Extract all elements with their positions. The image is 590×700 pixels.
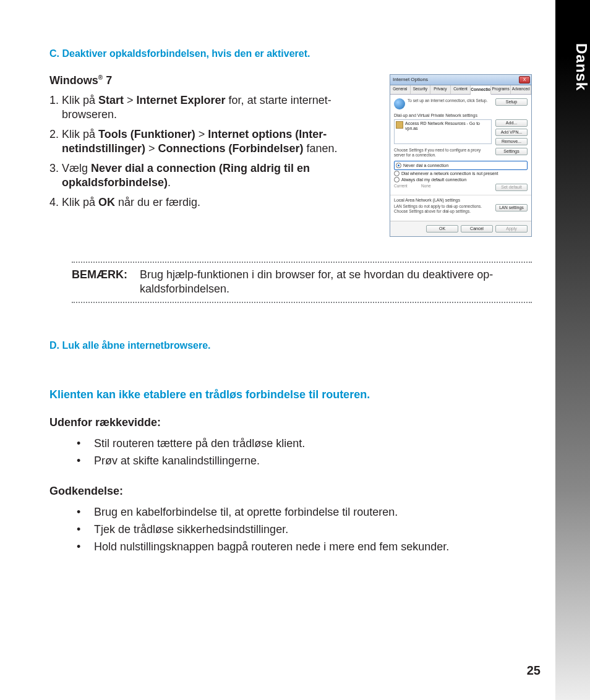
step-3: Vælg Never dial a connection (Ring aldri… (62, 161, 380, 189)
add-vpn-button[interactable]: Add VPN... (495, 129, 528, 136)
tab-general[interactable]: General (390, 85, 411, 94)
tab-connections[interactable]: Connections (471, 86, 491, 95)
note-body: Brug hjælp-funktionen i din browser for,… (140, 268, 532, 296)
windows7-heading: Windows® 7 (49, 74, 380, 87)
t: > (145, 142, 158, 155)
tab-privacy[interactable]: Privacy (430, 85, 451, 94)
dialog-tabs: General Security Privacy Content Connect… (390, 85, 531, 95)
t: Klik på (62, 94, 98, 106)
connection-icon (396, 121, 403, 129)
radio-dial-whenever[interactable]: Dial whenever a network connection is no… (394, 171, 528, 176)
remove-button[interactable]: Remove... (495, 138, 528, 145)
b: Tools (Funktioner) (98, 128, 195, 140)
t: . (168, 176, 171, 189)
language-side-band: Dansk (555, 0, 590, 700)
cancel-button[interactable]: Cancel (461, 225, 493, 233)
note-box: BEMÆRK: Brug hjælp-funktionen i din brow… (72, 262, 532, 303)
client-wireless-heading: Klienten kan ikke etablere en trådløs fo… (49, 388, 532, 401)
list-item: Brug en kabelforbindelse til, at oprette… (79, 504, 532, 521)
current-label: Current (394, 184, 419, 188)
close-icon[interactable]: X (519, 76, 530, 83)
list-item: Hold nulstillingsknappen bagpå routeren … (79, 539, 532, 556)
t: Vælg (62, 162, 91, 174)
label: Always dial my default connection (401, 177, 466, 182)
t: Klik på (62, 128, 98, 140)
connection-item[interactable]: Access RD Network Resources - Go to vpn.… (405, 121, 490, 131)
authentication-heading: Godkendelse: (49, 485, 532, 498)
b: OK (98, 196, 115, 208)
setup-text: To set up an Internet connection, click … (408, 98, 493, 103)
page-content: C. Deaktiver opkaldsforbindelsen, hvis d… (49, 48, 532, 556)
dialup-group-title: Dial-up and Virtual Private Network sett… (394, 113, 528, 118)
add-button[interactable]: Add... (495, 119, 528, 127)
ok-button[interactable]: OK (426, 225, 458, 233)
b: Start (98, 94, 124, 106)
radio-off-icon (394, 171, 400, 176)
radio-always-dial[interactable]: Always dial my default connection (394, 177, 528, 182)
radio-on-icon (396, 163, 401, 168)
tab-content[interactable]: Content (451, 85, 471, 94)
lan-settings-button[interactable]: LAN settings (495, 204, 528, 211)
proxy-text: Choose Settings if you need to configure… (394, 148, 493, 157)
lan-group-title: Local Area Network (LAN) settings (394, 198, 528, 203)
t: > (195, 128, 208, 140)
note-label: BEMÆRK: (72, 268, 140, 296)
globe-icon (394, 98, 405, 109)
out-of-range-heading: Udenfor rækkevidde: (49, 416, 532, 429)
dialog-titlebar[interactable]: Internet Options X (390, 75, 531, 85)
authentication-list: Brug en kabelforbindelse til, at oprette… (79, 504, 532, 556)
out-of-range-list: Stil routeren tættere på den trådløse kl… (79, 435, 532, 470)
set-default-button: Set default (495, 184, 528, 191)
list-item: Stil routeren tættere på den trådløse kl… (79, 435, 532, 453)
b: Connections (Forbindelser) (158, 142, 304, 155)
section-c-heading: C. Deaktiver opkaldsforbindelsen, hvis d… (49, 48, 532, 59)
instruction-list: Klik på Start > Internet Explorer for, a… (62, 93, 380, 210)
b: Never dial a connection (Ring aldrig til… (62, 162, 310, 189)
tab-security[interactable]: Security (411, 85, 431, 94)
current-value: None (421, 184, 493, 188)
t: > (124, 94, 137, 106)
list-item: Tjek de trådløse sikkerhedsindstillinger… (79, 521, 532, 539)
radio-never-dial[interactable]: Never dial a connection (396, 163, 526, 168)
label: Never dial a connection (403, 163, 448, 168)
dialog-title: Internet Options (391, 77, 428, 82)
t: fanen. (304, 142, 338, 155)
never-dial-highlight: Never dial a connection (394, 161, 528, 170)
lan-text: LAN Settings do not apply to dial-up con… (394, 204, 493, 213)
label: Dial whenever a network connection is no… (401, 171, 498, 176)
t: Klik på (62, 196, 98, 208)
setup-button[interactable]: Setup (495, 98, 528, 106)
settings-button[interactable]: Settings (495, 148, 528, 155)
step-1: Klik på Start > Internet Explorer for, a… (62, 93, 380, 121)
step-4: Klik på OK når du er færdig. (62, 195, 380, 210)
step-2: Klik på Tools (Funktioner) > Internet op… (62, 127, 380, 155)
tab-advanced[interactable]: Advanced (511, 85, 531, 94)
apply-button: Apply (495, 225, 528, 233)
section-d-heading: D. Luk alle åbne internetbrowsere. (49, 340, 532, 351)
internet-options-dialog: Internet Options X General Security Priv… (390, 74, 532, 237)
radio-off-icon (394, 177, 400, 182)
b: Internet Explorer (137, 94, 226, 106)
t: når du er færdig. (115, 196, 200, 208)
list-item: Prøv at skifte kanalindstillingerne. (79, 453, 532, 470)
connections-listbox[interactable]: Access RD Network Resources - Go to vpn.… (394, 119, 492, 144)
page-number: 25 (527, 664, 541, 678)
language-label: Dansk (555, 43, 590, 91)
tab-programs[interactable]: Programs (491, 85, 511, 94)
